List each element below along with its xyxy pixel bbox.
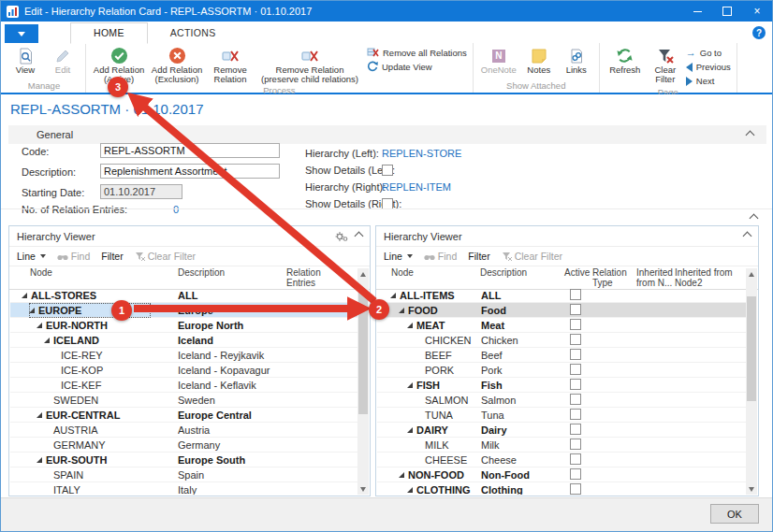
active-checkbox[interactable] <box>570 483 581 495</box>
tree-row[interactable]: ICE-KEF Iceland - Keflavik <box>10 378 357 393</box>
next-button[interactable]: Next <box>686 75 731 87</box>
scroll-down-icon[interactable] <box>746 483 757 495</box>
tree-row[interactable]: SWEDEN Sweden <box>10 393 357 408</box>
maximize-button[interactable] <box>712 1 742 22</box>
tree-row[interactable]: MEAT Meat <box>377 318 746 333</box>
tree-expand-icon[interactable] <box>407 487 413 493</box>
go-to-button[interactable]: → Go to <box>686 47 731 59</box>
tree-row[interactable]: ICE-KOP Iceland - Kopavagur <box>10 363 357 378</box>
tree-row[interactable]: ICELAND Iceland <box>10 333 357 348</box>
tab-home[interactable]: HOME <box>70 22 148 44</box>
tree-row[interactable]: FOOD Food <box>377 303 746 318</box>
tree-expand-icon[interactable] <box>36 323 42 328</box>
tree-row[interactable]: ITALY Italy <box>10 482 357 495</box>
filter-button[interactable]: Filter <box>101 251 123 262</box>
tree-row[interactable]: ALL-ITEMS ALL <box>377 288 746 303</box>
active-checkbox[interactable] <box>570 409 581 420</box>
tree-expand-icon[interactable] <box>22 293 27 298</box>
tree-row[interactable]: MILK Milk <box>377 438 746 453</box>
line-menu-button[interactable]: Line <box>17 251 46 262</box>
active-checkbox[interactable] <box>570 289 581 300</box>
tree-row[interactable]: FISH Fish <box>377 378 746 393</box>
remove-all-relations-button[interactable]: Remove all Relations <box>367 47 467 59</box>
active-checkbox[interactable] <box>570 319 581 330</box>
description-field[interactable] <box>100 164 280 179</box>
active-checkbox[interactable] <box>570 334 581 345</box>
tree-expand-icon[interactable] <box>407 323 413 328</box>
active-checkbox[interactable] <box>570 439 581 450</box>
collapse-left-panel-icon[interactable] <box>355 232 364 241</box>
remove-relation-button[interactable]: Remove Relation <box>206 45 255 85</box>
scroll-up-icon[interactable] <box>357 268 369 280</box>
tree-row[interactable]: NON-FOOD Non-Food <box>377 467 746 482</box>
tree-expand-icon[interactable] <box>44 338 50 343</box>
tree-row[interactable]: BEEF Beef <box>377 348 746 363</box>
tree-expand-icon[interactable] <box>407 427 413 433</box>
tree-expand-icon[interactable] <box>407 382 413 388</box>
application-menu-button[interactable] <box>5 24 38 43</box>
right-panel-scrollbar[interactable] <box>746 268 757 495</box>
active-checkbox[interactable] <box>570 394 581 405</box>
tree-row[interactable]: TUNA Tuna <box>377 408 746 423</box>
active-checkbox[interactable] <box>570 453 581 465</box>
scroll-thumb[interactable] <box>747 296 756 401</box>
tree-row[interactable]: AUSTRIA Austria <box>10 423 357 438</box>
tree-expand-icon[interactable] <box>399 308 404 313</box>
tree-row[interactable]: DAIRY Dairy <box>377 423 746 438</box>
tree-row[interactable]: PORK Pork <box>377 363 746 378</box>
active-checkbox[interactable] <box>570 468 581 480</box>
tree-row[interactable]: SPAIN Spain <box>10 467 357 482</box>
tree-expand-icon[interactable] <box>36 457 42 463</box>
tree-expand-icon[interactable] <box>390 293 396 298</box>
tree-row[interactable]: GERMANY Germany <box>10 438 357 453</box>
collapse-section-icon[interactable] <box>750 214 759 223</box>
hierarchy-left-value[interactable]: REPLEN-STORE <box>382 148 461 159</box>
tree-row[interactable]: CHICKEN Chicken <box>377 333 746 348</box>
scroll-thumb[interactable] <box>358 293 368 414</box>
hierarchy-right-value[interactable]: REPLEN-ITEM <box>382 181 451 193</box>
active-checkbox[interactable] <box>570 349 581 360</box>
active-checkbox[interactable] <box>570 379 581 390</box>
code-field[interactable] <box>100 143 280 158</box>
scroll-down-icon[interactable] <box>357 483 369 495</box>
tree-row[interactable]: CHEESE Cheese <box>377 453 746 467</box>
clear-filter-button[interactable]: Clear Filter <box>647 45 684 85</box>
collapse-right-panel-icon[interactable] <box>743 232 752 241</box>
tree-row[interactable]: SALMON Salmon <box>377 393 746 408</box>
active-checkbox[interactable] <box>570 304 581 315</box>
node-description: Europe South <box>178 454 286 466</box>
tree-row[interactable]: EUR-CENTRAL Europe Central <box>10 408 357 423</box>
tree-row[interactable]: ALL-STORES ALL <box>10 288 357 303</box>
ok-button[interactable]: OK <box>710 504 759 524</box>
line-menu-button[interactable]: Line <box>384 251 413 262</box>
scroll-up-icon[interactable] <box>746 268 757 280</box>
left-panel-scrollbar[interactable] <box>357 268 369 495</box>
notes-button[interactable]: Notes <box>520 45 558 76</box>
previous-button[interactable]: Previous <box>686 61 731 73</box>
customize-gears-icon[interactable] <box>335 231 348 242</box>
tree-expand-icon[interactable] <box>36 412 42 418</box>
links-button[interactable]: Links <box>558 45 595 76</box>
tree-expand-icon[interactable] <box>29 308 35 313</box>
tab-actions[interactable]: ACTIONS <box>148 23 239 43</box>
active-checkbox[interactable] <box>570 364 581 375</box>
update-view-button[interactable]: Update View <box>367 61 467 73</box>
refresh-button[interactable]: Refresh <box>604 45 647 76</box>
close-button[interactable]: × <box>742 1 772 22</box>
view-button[interactable]: View <box>7 45 44 76</box>
minimize-button[interactable] <box>682 1 712 22</box>
filter-button[interactable]: Filter <box>468 251 489 262</box>
show-details-left-checkbox[interactable] <box>382 165 393 176</box>
tree-expand-icon[interactable] <box>399 472 404 478</box>
tree-row[interactable]: EUR-SOUTH Europe South <box>10 453 357 467</box>
tree-row[interactable]: EUROPE Europe <box>10 303 357 318</box>
help-button[interactable]: ? <box>752 26 766 39</box>
active-checkbox[interactable] <box>570 424 581 435</box>
add-relation-exclusion-button[interactable]: Remove Relation Add Relation (Exclusion) <box>148 45 206 85</box>
annotation-badge-2: 2 <box>369 299 389 320</box>
tree-row[interactable]: ICE-REY Iceland - Reyjkavik <box>10 348 357 363</box>
tree-row[interactable]: EUR-NORTH Europe North <box>10 318 357 333</box>
tree-row[interactable]: CLOTHING Clothing <box>377 482 746 495</box>
remove-relation-preserve-button[interactable]: Remove Relation (preserve child relation… <box>255 45 365 85</box>
collapse-general-icon[interactable] <box>746 130 755 139</box>
